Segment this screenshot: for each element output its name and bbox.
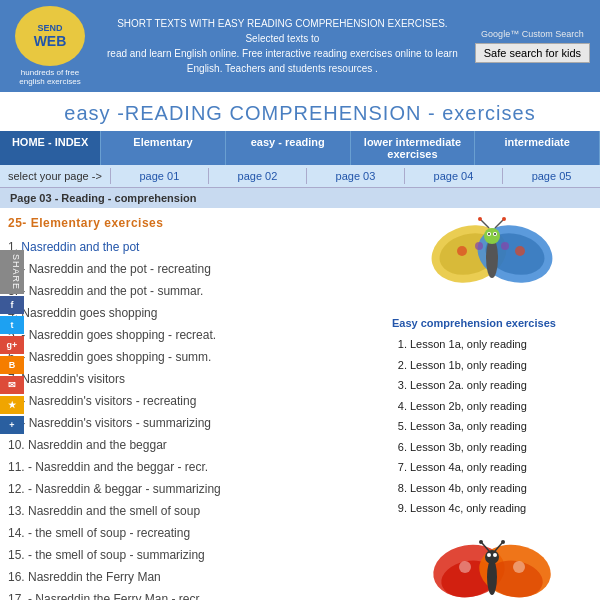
section-title: 25- Elementary exercises [8, 216, 384, 230]
page-selector: select your page -> page 01 page 02 page… [0, 165, 600, 188]
safe-search-button[interactable]: Safe search for kids [475, 43, 590, 63]
svg-point-9 [494, 233, 496, 235]
list-item: - Nasreddin's visitors - recreating [8, 390, 384, 412]
list-item: - Nasreddin and the pot - recreating [8, 258, 384, 280]
share-sidebar: SHARE f t g+ B ✉ ★ + [0, 250, 24, 434]
page-05-link[interactable]: page 05 [502, 168, 600, 184]
list-item: - Nasreddin & beggar - summarizing [8, 478, 384, 500]
logo-subtitle: hundreds of free english exercises [10, 68, 90, 86]
nav-tabs: HOME - INDEX Elementary easy - reading l… [0, 131, 600, 165]
svg-point-25 [493, 553, 497, 557]
google-label: Google™ Custom Search [481, 29, 584, 39]
gmail-btn[interactable]: ✉ [0, 376, 24, 394]
svg-point-27 [479, 540, 483, 544]
svg-point-24 [487, 553, 491, 557]
svg-point-22 [487, 559, 497, 595]
right-list-item: Lesson 3b, only reading [410, 437, 592, 458]
share-label: SHARE [0, 250, 24, 294]
header: SEND WEB hundreds of free english exerci… [0, 0, 600, 92]
right-exercise-list: Lesson 1a, only readingLesson 1b, only r… [392, 334, 592, 519]
page-01-link[interactable]: page 01 [110, 168, 208, 184]
right-list-item: Lesson 2b, only reading [410, 396, 592, 417]
svg-point-13 [502, 217, 506, 221]
right-list-item: Lesson 1b, only reading [410, 355, 592, 376]
svg-point-23 [485, 550, 499, 564]
svg-point-30 [459, 561, 471, 573]
blogger-btn[interactable]: B [0, 356, 24, 374]
right-list-item: Lesson 3a, only reading [410, 416, 592, 437]
svg-point-29 [501, 540, 505, 544]
exercise-link[interactable]: Nasreddin and the pot [21, 240, 139, 254]
page-02-link[interactable]: page 02 [208, 168, 306, 184]
list-item: - Nasreddin goes shopping - recreat. [8, 324, 384, 346]
list-item: Nasreddin's visitors [8, 368, 384, 390]
list-item: Nasreddin the Ferry Man [8, 566, 384, 588]
tab-elementary[interactable]: Elementary [101, 131, 226, 165]
content: 25- Elementary exercises Nasreddin and t… [0, 208, 600, 600]
svg-point-17 [501, 242, 509, 250]
svg-point-15 [475, 242, 483, 250]
list-item: - the smell of soup - recreating [8, 522, 384, 544]
page-04-link[interactable]: page 04 [404, 168, 502, 184]
tab-easy-reading[interactable]: easy - reading [226, 131, 351, 165]
exercise-list: Nasreddin and the pot - Nasreddin and th… [8, 236, 384, 600]
facebook-btn[interactable]: f [0, 296, 24, 314]
list-item: Nasreddin and the smell of soup [8, 500, 384, 522]
right-section-title: Easy comprehension exercises [392, 317, 592, 329]
logo-circle: SEND WEB [15, 6, 85, 66]
svg-point-11 [478, 217, 482, 221]
twitter-btn[interactable]: t [0, 316, 24, 334]
list-item: - Nasreddin and the beggar - recr. [8, 456, 384, 478]
right-list-item: Lesson 4a, only reading [410, 457, 592, 478]
list-item: - Nasreddin and the pot - summar. [8, 280, 384, 302]
butterfly-top [392, 216, 592, 309]
select-label: select your page -> [0, 170, 110, 182]
svg-point-8 [488, 233, 490, 235]
home-link[interactable]: HOME - INDEX [0, 131, 101, 165]
svg-point-31 [513, 561, 525, 573]
right-list-item: Lesson 4b, only reading [410, 478, 592, 499]
main-title: easy -READING COMPREHENSION - exercises [0, 92, 600, 131]
butterfly-top-svg [427, 216, 557, 306]
right-list-item: Lesson 1a, only reading [410, 334, 592, 355]
list-item: Nasreddin and the beggar [8, 434, 384, 456]
list-item: - Nasreddin's visitors - summarizing [8, 412, 384, 434]
favorites-btn[interactable]: ★ [0, 396, 24, 414]
butterfly-bottom-svg [427, 529, 557, 601]
list-item: Nasreddin goes shopping [8, 302, 384, 324]
svg-point-16 [515, 246, 525, 256]
right-list-item: Lesson 2a. only reading [410, 375, 592, 396]
right-list-item: Lesson 4c, only reading [410, 498, 592, 519]
logo-area: SEND WEB hundreds of free english exerci… [10, 6, 90, 86]
search-area: Google™ Custom Search Safe search for ki… [475, 29, 590, 63]
list-item[interactable]: Nasreddin and the pot [8, 236, 384, 258]
google-plus-btn[interactable]: g+ [0, 336, 24, 354]
tab-lower-intermediate[interactable]: lower intermediate exercises [351, 131, 476, 165]
header-description: SHORT TEXTS WITH EASY READING COMPREHENS… [100, 16, 465, 76]
butterfly-bottom [392, 529, 592, 601]
left-column: 25- Elementary exercises Nasreddin and t… [8, 216, 384, 600]
list-item: - the smell of soup - summarizing [8, 544, 384, 566]
svg-point-5 [484, 228, 500, 244]
list-item: - Nasreddin the Ferry Man - recr. [8, 588, 384, 600]
list-item: - Nasreddin goes shopping - summ. [8, 346, 384, 368]
svg-point-14 [457, 246, 467, 256]
tab-intermediate[interactable]: intermediate [475, 131, 600, 165]
breadcrumb: Page 03 - Reading - comprehension [0, 188, 600, 208]
right-column: Easy comprehension exercises Lesson 1a, … [392, 216, 592, 600]
add-btn[interactable]: + [0, 416, 24, 434]
page-03-link[interactable]: page 03 [306, 168, 404, 184]
